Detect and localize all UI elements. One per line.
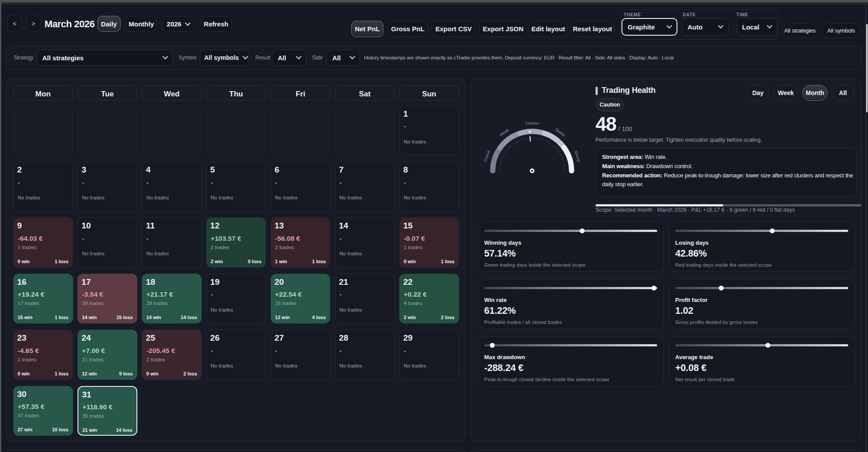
svg-text:Weak: Weak bbox=[499, 128, 510, 137]
svg-text:Critical: Critical bbox=[483, 150, 491, 162]
svg-text:Caution: Caution bbox=[525, 121, 539, 125]
svg-text:Stable: Stable bbox=[554, 127, 566, 137]
svg-text:Strong: Strong bbox=[574, 150, 581, 162]
